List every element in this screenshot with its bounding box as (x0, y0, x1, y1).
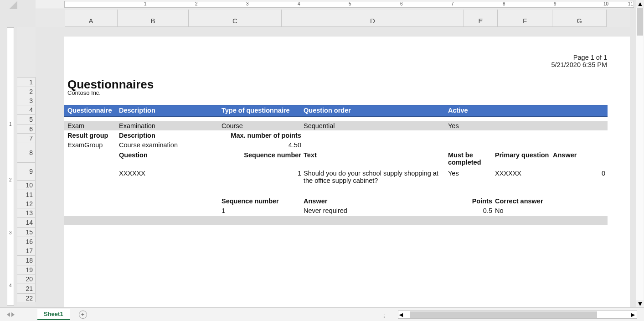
hscroll-left-icon[interactable]: ◄ (398, 311, 404, 318)
row-header[interactable]: 20 (17, 274, 36, 284)
ruler-tick-v: 2 (9, 177, 12, 182)
vscroll-track[interactable] (636, 8, 644, 300)
val-ans-seq: 1 (222, 207, 225, 214)
vscroll-thumb[interactable] (637, 8, 643, 36)
row-header[interactable]: 12 (17, 199, 36, 208)
row-header[interactable]: 13 (17, 208, 36, 217)
hscroll-right-icon[interactable]: ► (630, 311, 636, 318)
vertical-ruler: 1 2 3 4 (7, 27, 14, 305)
column-header[interactable]: C (189, 10, 282, 27)
col-type: Type of questionnaire (222, 107, 290, 114)
column-header[interactable]: F (498, 10, 552, 27)
sheet-tab-active[interactable]: Sheet1 (37, 309, 70, 320)
footer-grey-row (64, 216, 608, 225)
row-header[interactable]: 7 (17, 133, 36, 143)
column-header[interactable]: E (464, 10, 498, 27)
cell-type: Course (222, 122, 243, 129)
val-result-group: ExamGroup (67, 141, 103, 149)
hdr-points: Points (448, 197, 492, 205)
row-header[interactable]: 8 (17, 143, 36, 162)
ruler-tick: 9 (554, 1, 556, 6)
row-header[interactable]: 15 (17, 227, 36, 237)
ruler-tick: 10 (603, 1, 608, 6)
main-table-header: Questionnaire Description Type of questi… (64, 105, 608, 117)
column-header[interactable]: A (65, 10, 118, 27)
cell-active: Yes (448, 122, 459, 129)
row-header[interactable]: 21 (17, 284, 36, 293)
row-header[interactable]: 18 (17, 255, 36, 265)
row-header[interactable]: 1 (17, 77, 36, 87)
select-all-triangle[interactable] (9, 1, 17, 9)
row-headers: 12345678910111213141516171819202122 (17, 27, 36, 305)
hdr-max-points: Max. number of points (222, 132, 301, 139)
row-header[interactable]: 4 (17, 105, 36, 114)
ruler-tick-v: 4 (9, 283, 12, 288)
row-header[interactable]: 10 (17, 180, 36, 190)
page-number: Page 1 of 1 (551, 54, 607, 61)
sheet-nav[interactable] (7, 312, 15, 317)
column-header[interactable]: B (118, 10, 189, 27)
val-seq: 1 (222, 170, 301, 177)
page-header-right: Page 1 of 1 5/21/2020 6:35 PM (551, 54, 607, 68)
ruler-tick: 3 (246, 1, 249, 6)
column-headers: ABCDEFG (36, 9, 630, 27)
row-header[interactable]: 19 (17, 265, 36, 274)
val-text: Should you do your school supply shoppin… (304, 170, 445, 184)
row-header[interactable]: 14 (17, 217, 36, 227)
hdr-must: Must be completed (448, 151, 484, 166)
next-sheet-icon[interactable] (11, 312, 15, 317)
val-question: XXXXXX (119, 170, 145, 177)
ruler-tick: 2 (195, 1, 198, 6)
row-header[interactable]: 11 (17, 190, 36, 199)
col-description: Description (119, 107, 155, 114)
column-header[interactable]: G (552, 10, 607, 27)
hdr-seq: Sequence number (222, 151, 301, 159)
new-sheet-button[interactable]: + (79, 311, 87, 319)
col-active: Active (448, 107, 468, 114)
ruler-tick-v: 1 (9, 122, 12, 127)
row-header[interactable]: 2 (17, 87, 36, 96)
col-order: Question order (304, 107, 351, 114)
hdr-result-desc: Description (119, 132, 155, 139)
scroll-up-icon[interactable]: ▲ (636, 0, 644, 7)
page-timestamp: 5/21/2020 6:35 PM (551, 61, 607, 68)
cell-questionnaire: Exam (67, 122, 84, 129)
row-header[interactable]: 5 (17, 114, 36, 124)
vertical-scrollbar[interactable]: ▲ ▼ (636, 0, 644, 307)
val-answer: 0 (553, 170, 605, 177)
horizontal-scrollbar[interactable]: ◄ ► (398, 311, 637, 319)
val-primary: XXXXXX (495, 170, 521, 177)
cell-order: Sequential (304, 122, 335, 129)
hdr-ans-seq: Sequence number (222, 197, 279, 205)
ruler-tick: 4 (298, 1, 300, 6)
ruler-tick: 11 (628, 1, 633, 6)
company-name: Contoso Inc. (67, 89, 101, 96)
ruler-tick: 7 (451, 1, 454, 6)
val-ans-answer: Never required (304, 207, 347, 214)
hdr-correct: Correct answer (495, 197, 543, 205)
hdr-result-group: Result group (67, 132, 108, 139)
tab-split-grip[interactable] (383, 311, 386, 318)
row-header[interactable]: 9 (17, 162, 36, 180)
prev-sheet-icon[interactable] (7, 312, 10, 317)
sheet-area[interactable]: Page 1 of 1 5/21/2020 6:35 PM Questionna… (36, 27, 630, 307)
val-max-points: 4.50 (222, 141, 301, 149)
column-header[interactable]: D (282, 10, 464, 27)
scroll-down-icon[interactable]: ▼ (636, 300, 644, 307)
ruler-tick: 6 (400, 1, 403, 6)
hdr-primary: Primary question (495, 151, 549, 159)
col-questionnaire: Questionnaire (67, 107, 112, 114)
row-header[interactable]: 3 (17, 96, 36, 105)
row-header[interactable]: 6 (17, 124, 36, 133)
row-header[interactable]: 17 (17, 246, 36, 255)
hdr-question: Question (119, 151, 148, 159)
row-header[interactable]: 16 (17, 237, 36, 246)
ruler-tick: 1 (144, 1, 147, 6)
hdr-ans-answer: Answer (304, 197, 327, 205)
hdr-text: Text (304, 151, 317, 159)
row-header[interactable]: 22 (17, 293, 36, 302)
sheet-tab-bar: Sheet1 + ◄ ► (0, 307, 644, 321)
hdr-answer: Answer (553, 151, 577, 159)
hscroll-thumb[interactable] (410, 311, 597, 318)
ruler-tick: 5 (349, 1, 351, 6)
